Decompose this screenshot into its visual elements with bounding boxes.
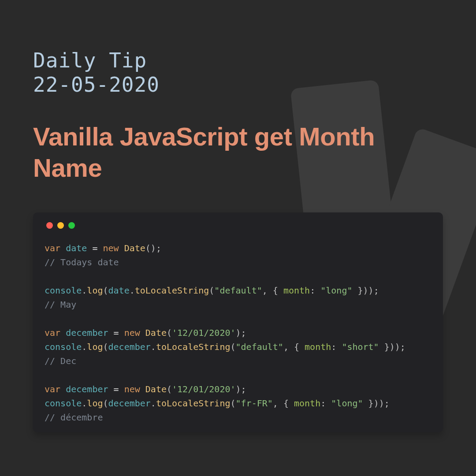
code-window: var date = new Date(); // Todays date co… bbox=[33, 212, 443, 432]
minimize-dot-icon bbox=[57, 222, 64, 229]
kicker: Daily Tip 22-05-2020 bbox=[33, 48, 443, 97]
maximize-dot-icon bbox=[68, 222, 75, 229]
code-block: var date = new Date(); // Todays date co… bbox=[45, 241, 431, 424]
page-title: Vanilla JavaScript get Month Name bbox=[33, 121, 443, 184]
kicker-date: 22-05-2020 bbox=[33, 73, 443, 97]
kicker-label: Daily Tip bbox=[33, 48, 443, 73]
content-container: Daily Tip 22-05-2020 Vanilla JavaScript … bbox=[0, 0, 476, 432]
close-dot-icon bbox=[46, 222, 53, 229]
window-controls bbox=[45, 222, 431, 229]
